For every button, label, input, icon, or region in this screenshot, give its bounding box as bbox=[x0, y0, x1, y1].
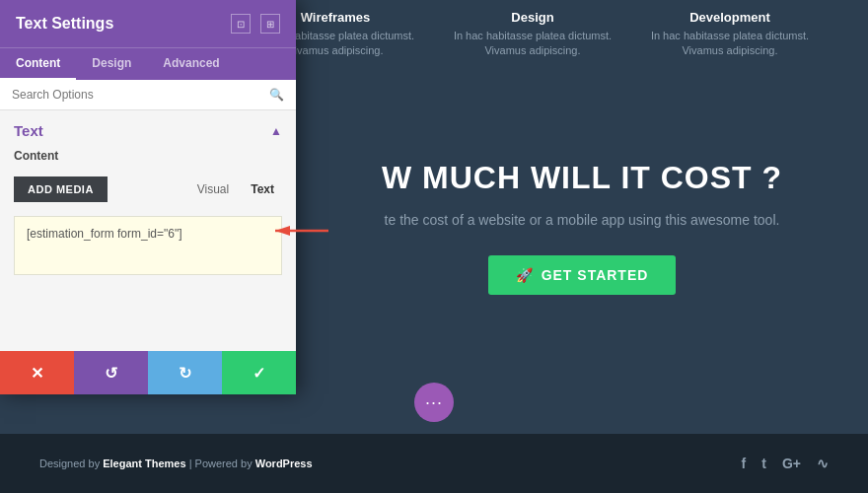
tab-design[interactable]: Design bbox=[76, 48, 147, 80]
main-heading: W MUCH WILL IT COST ? bbox=[382, 160, 782, 196]
annotation-arrow bbox=[271, 219, 330, 243]
cancel-button[interactable]: ✕ bbox=[0, 351, 74, 394]
redo-button[interactable]: ↻ bbox=[148, 351, 222, 394]
nav-column: Design In hac habitasse platea dictumst.… bbox=[444, 10, 621, 59]
nav-col-text: In hac habitasse platea dictumst. Vivamu… bbox=[444, 29, 621, 59]
section-label: Text bbox=[14, 122, 43, 139]
get-started-button[interactable]: 🚀 GET STARTED bbox=[488, 255, 677, 295]
facebook-icon[interactable]: f bbox=[742, 456, 747, 471]
add-media-button[interactable]: ADD MEDIA bbox=[14, 176, 108, 202]
panel-search-bar: 🔍 bbox=[0, 80, 296, 110]
add-media-row: ADD MEDIA Visual Text bbox=[0, 171, 296, 208]
panel-bottom-bar: ✕ ↺ ↻ ✓ bbox=[0, 351, 296, 394]
dots-icon: ··· bbox=[425, 392, 443, 413]
panel-expand-icon[interactable]: ⊞ bbox=[260, 14, 280, 34]
panel-minimize-icon[interactable]: ⊡ bbox=[231, 14, 251, 34]
elegant-themes-link[interactable]: Elegant Themes bbox=[103, 458, 185, 469]
section-header: Text ▲ bbox=[0, 110, 296, 145]
nav-col-title: Design bbox=[444, 10, 621, 25]
tab-advanced[interactable]: Advanced bbox=[147, 48, 235, 80]
nav-column: Development In hac habitasse platea dict… bbox=[641, 10, 819, 59]
content-label: Content bbox=[0, 145, 296, 171]
chevron-up-icon[interactable]: ▲ bbox=[270, 124, 282, 138]
footer-credit: Designed by Elegant Themes | Powered by … bbox=[39, 458, 313, 469]
googleplus-icon[interactable]: G+ bbox=[782, 456, 801, 471]
save-button[interactable]: ✓ bbox=[222, 351, 296, 394]
search-icon: 🔍 bbox=[269, 88, 284, 102]
search-input[interactable] bbox=[12, 88, 269, 102]
footer: Designed by Elegant Themes | Powered by … bbox=[0, 434, 868, 493]
tab-visual[interactable]: Visual bbox=[189, 178, 237, 200]
wordpress-link[interactable]: WordPress bbox=[255, 458, 313, 469]
twitter-icon[interactable]: t bbox=[761, 456, 766, 471]
tab-content[interactable]: Content bbox=[0, 48, 76, 80]
nav-col-title: Development bbox=[641, 10, 819, 25]
text-settings-panel: Text Settings ⊡ ⊞ Content Design Advance… bbox=[0, 0, 296, 394]
footer-social: f t G+ ∿ bbox=[742, 456, 829, 471]
rocket-icon: 🚀 bbox=[516, 267, 534, 283]
panel-header-icons: ⊡ ⊞ bbox=[231, 14, 280, 34]
visual-text-tabs: Visual Text bbox=[189, 178, 282, 200]
panel-title: Text Settings bbox=[16, 15, 113, 33]
main-subtext: te the cost of a website or a mobile app… bbox=[385, 212, 780, 228]
nav-col-text: In hac habitasse platea dictumst. Vivamu… bbox=[641, 29, 819, 59]
fab-dots-button[interactable]: ··· bbox=[414, 383, 454, 422]
rss-icon[interactable]: ∿ bbox=[817, 456, 829, 471]
text-editor[interactable]: [estimation_form form_id="6"] bbox=[14, 216, 282, 275]
panel-header: Text Settings ⊡ ⊞ bbox=[0, 0, 296, 47]
tab-text[interactable]: Text bbox=[243, 178, 282, 200]
editor-content: [estimation_form form_id="6"] bbox=[27, 227, 182, 241]
panel-tabs: Content Design Advanced bbox=[0, 47, 296, 80]
undo-button[interactable]: ↺ bbox=[74, 351, 148, 394]
